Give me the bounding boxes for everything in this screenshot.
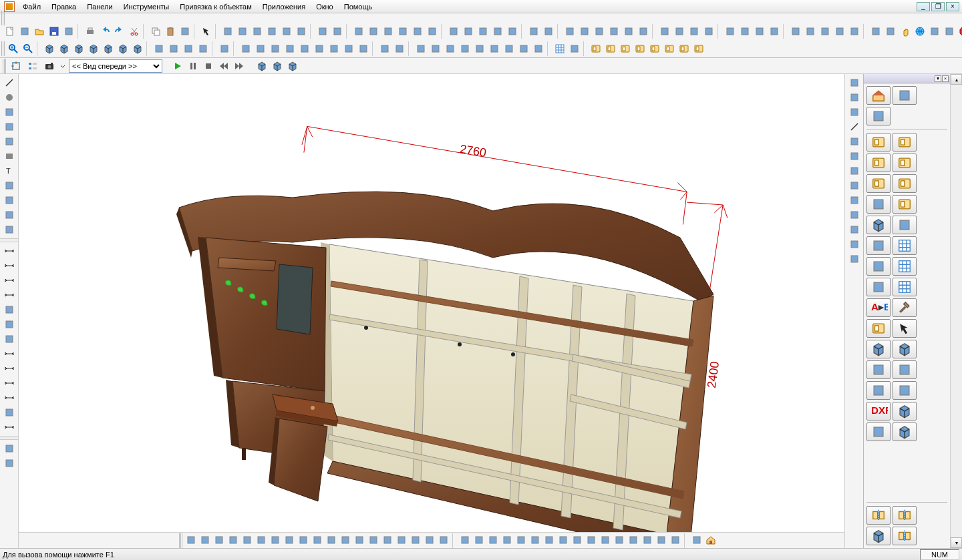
hand-button[interactable] <box>898 24 913 39</box>
panel3-button[interactable] <box>618 41 633 56</box>
a1-button[interactable] <box>428 41 443 56</box>
b2-button[interactable] <box>803 24 818 39</box>
p1-button[interactable] <box>217 41 232 56</box>
table-button[interactable] <box>893 236 917 255</box>
a8-button[interactable] <box>531 41 546 56</box>
stop-button[interactable] <box>957 24 962 39</box>
burst-button[interactable] <box>866 360 891 379</box>
menu-file[interactable]: Файл <box>17 0 46 13</box>
dxf-button[interactable]: DXF <box>866 402 891 421</box>
mirror-h-button[interactable] <box>866 506 891 525</box>
new-button[interactable] <box>3 24 17 39</box>
dim-base-button[interactable] <box>1 420 17 435</box>
del-button[interactable] <box>178 24 192 39</box>
zoom-in-button[interactable] <box>6 41 21 56</box>
mini-btn-1[interactable] <box>17 14 27 22</box>
menu-help[interactable]: Помощь <box>339 0 378 13</box>
hex-button[interactable] <box>1 208 17 222</box>
mini-btn-3[interactable] <box>38 14 49 22</box>
rotate3d-button[interactable] <box>927 24 942 39</box>
drawer-button[interactable] <box>893 216 917 234</box>
b5-button[interactable] <box>847 24 862 39</box>
mini-btn-4[interactable] <box>49 14 59 22</box>
rewind-button[interactable] <box>216 59 231 73</box>
swatch-button[interactable] <box>866 107 891 125</box>
dim-x-button[interactable] <box>1 376 17 390</box>
v1-button[interactable] <box>152 41 166 56</box>
grid-blue-button[interactable] <box>893 278 917 296</box>
tri-button[interactable] <box>846 252 862 266</box>
edit-button[interactable] <box>279 24 294 39</box>
hatch-button[interactable] <box>1 178 17 193</box>
box-open-button[interactable] <box>866 216 891 234</box>
a7-button[interactable] <box>516 41 531 56</box>
pline-button[interactable] <box>846 149 862 164</box>
menu-tools[interactable]: Инструменты <box>118 0 175 13</box>
line2-button[interactable] <box>846 134 862 149</box>
arrow-button[interactable] <box>893 319 917 338</box>
m7-button[interactable] <box>377 41 392 56</box>
books-button[interactable] <box>866 423 891 441</box>
rot-button[interactable] <box>846 105 862 119</box>
home-button[interactable] <box>704 533 717 547</box>
panel-pin-icon[interactable]: ▾ <box>935 75 941 82</box>
dim-r-button[interactable] <box>1 288 17 302</box>
mirror-v-button[interactable] <box>893 506 917 525</box>
close-button[interactable]: × <box>946 2 959 11</box>
s21-button[interactable] <box>472 533 486 547</box>
box-small-button[interactable] <box>866 527 891 545</box>
box-x-button[interactable] <box>893 340 917 358</box>
x1-button[interactable] <box>657 24 672 39</box>
forward-button[interactable] <box>232 59 247 73</box>
scroll-down-icon[interactable]: ▾ <box>951 537 962 548</box>
s2-button[interactable] <box>198 533 212 547</box>
leader-button[interactable] <box>1 302 17 317</box>
box-yellow-button[interactable] <box>893 423 917 441</box>
v4-button[interactable] <box>196 41 210 56</box>
s19-button[interactable] <box>437 533 450 547</box>
paste2-button[interactable] <box>351 24 366 39</box>
panel2-button[interactable] <box>603 41 618 56</box>
panel-hole-button[interactable] <box>893 133 917 152</box>
m5-button[interactable] <box>341 41 356 56</box>
b1-button[interactable] <box>788 24 803 39</box>
flag-button[interactable] <box>893 86 917 105</box>
hline-button[interactable] <box>490 24 505 39</box>
mini-btn-0[interactable] <box>6 14 17 22</box>
s9-button[interactable] <box>297 533 310 547</box>
axis1-button[interactable] <box>607 24 621 39</box>
new2-button[interactable] <box>17 24 32 39</box>
angle-button[interactable] <box>1 456 17 471</box>
s13-button[interactable] <box>353 533 366 547</box>
s10-button[interactable] <box>311 533 324 547</box>
panel7-button[interactable] <box>677 41 691 56</box>
s25-button[interactable] <box>528 533 542 547</box>
minimize-button[interactable]: _ <box>917 2 930 11</box>
s1-button[interactable] <box>184 533 198 547</box>
dot-button[interactable] <box>1 222 17 237</box>
cube-wire-button[interactable] <box>255 59 269 73</box>
mirror-v2-button[interactable] <box>893 527 917 545</box>
panel4-button[interactable] <box>633 41 647 56</box>
arrow-button[interactable] <box>199 24 214 39</box>
panel-deco-button[interactable] <box>866 174 891 193</box>
open-button[interactable] <box>32 24 47 39</box>
panel5-button[interactable] <box>647 41 662 56</box>
s3-button[interactable] <box>212 533 226 547</box>
s18-button[interactable] <box>423 533 436 547</box>
b7-button[interactable] <box>883 24 898 39</box>
s16-button[interactable] <box>395 533 408 547</box>
wave-button[interactable] <box>1 134 17 149</box>
mini-btn-2[interactable] <box>27 14 38 22</box>
circle-button[interactable] <box>1 90 17 105</box>
rect-button[interactable] <box>1 149 17 164</box>
cube-tex-button[interactable] <box>285 59 300 73</box>
panel-notch-button[interactable] <box>893 154 917 172</box>
copy2-button[interactable] <box>330 24 345 39</box>
x2-button[interactable] <box>672 24 687 39</box>
view-btn-camera-dd[interactable] <box>59 59 67 73</box>
view-select[interactable]: << Вид спереди >> <box>69 59 162 73</box>
s6-button[interactable] <box>255 533 268 547</box>
explode-button[interactable] <box>395 24 410 39</box>
s31-button[interactable] <box>613 533 626 547</box>
